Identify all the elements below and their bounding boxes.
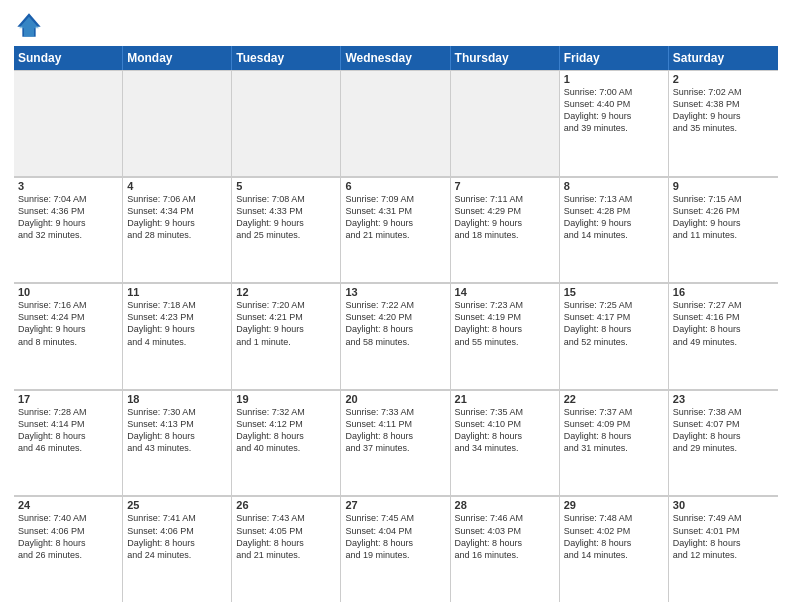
header-tuesday: Tuesday bbox=[232, 46, 341, 70]
logo bbox=[14, 10, 48, 40]
day-number: 23 bbox=[673, 393, 774, 405]
day-cell-27: 27Sunrise: 7:45 AM Sunset: 4:04 PM Dayli… bbox=[341, 497, 450, 602]
day-number: 2 bbox=[673, 73, 774, 85]
day-cell-24: 24Sunrise: 7:40 AM Sunset: 4:06 PM Dayli… bbox=[14, 497, 123, 602]
day-number: 11 bbox=[127, 286, 227, 298]
day-cell-26: 26Sunrise: 7:43 AM Sunset: 4:05 PM Dayli… bbox=[232, 497, 341, 602]
day-number: 6 bbox=[345, 180, 445, 192]
page: SundayMondayTuesdayWednesdayThursdayFrid… bbox=[0, 0, 792, 612]
day-number: 24 bbox=[18, 499, 118, 511]
day-number: 7 bbox=[455, 180, 555, 192]
day-number: 3 bbox=[18, 180, 118, 192]
calendar-row-1: 3Sunrise: 7:04 AM Sunset: 4:36 PM Daylig… bbox=[14, 177, 778, 284]
svg-marker-1 bbox=[19, 17, 39, 37]
day-cell-16: 16Sunrise: 7:27 AM Sunset: 4:16 PM Dayli… bbox=[669, 284, 778, 389]
day-info: Sunrise: 7:15 AM Sunset: 4:26 PM Dayligh… bbox=[673, 193, 774, 242]
day-info: Sunrise: 7:16 AM Sunset: 4:24 PM Dayligh… bbox=[18, 299, 118, 348]
day-cell-28: 28Sunrise: 7:46 AM Sunset: 4:03 PM Dayli… bbox=[451, 497, 560, 602]
day-info: Sunrise: 7:43 AM Sunset: 4:05 PM Dayligh… bbox=[236, 512, 336, 561]
day-info: Sunrise: 7:04 AM Sunset: 4:36 PM Dayligh… bbox=[18, 193, 118, 242]
day-info: Sunrise: 7:18 AM Sunset: 4:23 PM Dayligh… bbox=[127, 299, 227, 348]
empty-cell bbox=[14, 71, 123, 176]
empty-cell bbox=[232, 71, 341, 176]
day-info: Sunrise: 7:48 AM Sunset: 4:02 PM Dayligh… bbox=[564, 512, 664, 561]
header-thursday: Thursday bbox=[451, 46, 560, 70]
day-number: 14 bbox=[455, 286, 555, 298]
calendar-row-0: 1Sunrise: 7:00 AM Sunset: 4:40 PM Daylig… bbox=[14, 70, 778, 177]
calendar-row-3: 17Sunrise: 7:28 AM Sunset: 4:14 PM Dayli… bbox=[14, 390, 778, 497]
day-number: 15 bbox=[564, 286, 664, 298]
header-monday: Monday bbox=[123, 46, 232, 70]
day-number: 22 bbox=[564, 393, 664, 405]
day-cell-11: 11Sunrise: 7:18 AM Sunset: 4:23 PM Dayli… bbox=[123, 284, 232, 389]
day-number: 13 bbox=[345, 286, 445, 298]
day-cell-17: 17Sunrise: 7:28 AM Sunset: 4:14 PM Dayli… bbox=[14, 391, 123, 496]
day-info: Sunrise: 7:27 AM Sunset: 4:16 PM Dayligh… bbox=[673, 299, 774, 348]
day-info: Sunrise: 7:08 AM Sunset: 4:33 PM Dayligh… bbox=[236, 193, 336, 242]
day-number: 27 bbox=[345, 499, 445, 511]
day-number: 10 bbox=[18, 286, 118, 298]
day-cell-4: 4Sunrise: 7:06 AM Sunset: 4:34 PM Daylig… bbox=[123, 178, 232, 283]
day-cell-15: 15Sunrise: 7:25 AM Sunset: 4:17 PM Dayli… bbox=[560, 284, 669, 389]
day-cell-8: 8Sunrise: 7:13 AM Sunset: 4:28 PM Daylig… bbox=[560, 178, 669, 283]
day-info: Sunrise: 7:23 AM Sunset: 4:19 PM Dayligh… bbox=[455, 299, 555, 348]
day-number: 26 bbox=[236, 499, 336, 511]
day-info: Sunrise: 7:41 AM Sunset: 4:06 PM Dayligh… bbox=[127, 512, 227, 561]
day-cell-3: 3Sunrise: 7:04 AM Sunset: 4:36 PM Daylig… bbox=[14, 178, 123, 283]
header-saturday: Saturday bbox=[669, 46, 778, 70]
empty-cell bbox=[341, 71, 450, 176]
day-cell-2: 2Sunrise: 7:02 AM Sunset: 4:38 PM Daylig… bbox=[669, 71, 778, 176]
day-number: 20 bbox=[345, 393, 445, 405]
calendar-row-2: 10Sunrise: 7:16 AM Sunset: 4:24 PM Dayli… bbox=[14, 283, 778, 390]
day-cell-1: 1Sunrise: 7:00 AM Sunset: 4:40 PM Daylig… bbox=[560, 71, 669, 176]
day-info: Sunrise: 7:46 AM Sunset: 4:03 PM Dayligh… bbox=[455, 512, 555, 561]
day-cell-9: 9Sunrise: 7:15 AM Sunset: 4:26 PM Daylig… bbox=[669, 178, 778, 283]
calendar-row-4: 24Sunrise: 7:40 AM Sunset: 4:06 PM Dayli… bbox=[14, 496, 778, 602]
day-number: 21 bbox=[455, 393, 555, 405]
empty-cell bbox=[451, 71, 560, 176]
day-cell-13: 13Sunrise: 7:22 AM Sunset: 4:20 PM Dayli… bbox=[341, 284, 450, 389]
day-info: Sunrise: 7:00 AM Sunset: 4:40 PM Dayligh… bbox=[564, 86, 664, 135]
day-info: Sunrise: 7:40 AM Sunset: 4:06 PM Dayligh… bbox=[18, 512, 118, 561]
day-cell-7: 7Sunrise: 7:11 AM Sunset: 4:29 PM Daylig… bbox=[451, 178, 560, 283]
day-number: 19 bbox=[236, 393, 336, 405]
day-number: 17 bbox=[18, 393, 118, 405]
day-number: 9 bbox=[673, 180, 774, 192]
day-cell-12: 12Sunrise: 7:20 AM Sunset: 4:21 PM Dayli… bbox=[232, 284, 341, 389]
day-cell-5: 5Sunrise: 7:08 AM Sunset: 4:33 PM Daylig… bbox=[232, 178, 341, 283]
calendar-header: SundayMondayTuesdayWednesdayThursdayFrid… bbox=[14, 46, 778, 70]
day-info: Sunrise: 7:25 AM Sunset: 4:17 PM Dayligh… bbox=[564, 299, 664, 348]
day-info: Sunrise: 7:45 AM Sunset: 4:04 PM Dayligh… bbox=[345, 512, 445, 561]
day-number: 8 bbox=[564, 180, 664, 192]
calendar: SundayMondayTuesdayWednesdayThursdayFrid… bbox=[14, 46, 778, 602]
day-cell-19: 19Sunrise: 7:32 AM Sunset: 4:12 PM Dayli… bbox=[232, 391, 341, 496]
day-number: 25 bbox=[127, 499, 227, 511]
day-cell-23: 23Sunrise: 7:38 AM Sunset: 4:07 PM Dayli… bbox=[669, 391, 778, 496]
header bbox=[14, 10, 778, 40]
day-info: Sunrise: 7:38 AM Sunset: 4:07 PM Dayligh… bbox=[673, 406, 774, 455]
day-info: Sunrise: 7:06 AM Sunset: 4:34 PM Dayligh… bbox=[127, 193, 227, 242]
day-cell-18: 18Sunrise: 7:30 AM Sunset: 4:13 PM Dayli… bbox=[123, 391, 232, 496]
day-number: 5 bbox=[236, 180, 336, 192]
day-cell-29: 29Sunrise: 7:48 AM Sunset: 4:02 PM Dayli… bbox=[560, 497, 669, 602]
day-number: 18 bbox=[127, 393, 227, 405]
day-info: Sunrise: 7:37 AM Sunset: 4:09 PM Dayligh… bbox=[564, 406, 664, 455]
day-number: 1 bbox=[564, 73, 664, 85]
day-info: Sunrise: 7:35 AM Sunset: 4:10 PM Dayligh… bbox=[455, 406, 555, 455]
day-cell-25: 25Sunrise: 7:41 AM Sunset: 4:06 PM Dayli… bbox=[123, 497, 232, 602]
day-info: Sunrise: 7:13 AM Sunset: 4:28 PM Dayligh… bbox=[564, 193, 664, 242]
day-number: 4 bbox=[127, 180, 227, 192]
day-info: Sunrise: 7:09 AM Sunset: 4:31 PM Dayligh… bbox=[345, 193, 445, 242]
empty-cell bbox=[123, 71, 232, 176]
day-cell-30: 30Sunrise: 7:49 AM Sunset: 4:01 PM Dayli… bbox=[669, 497, 778, 602]
day-number: 16 bbox=[673, 286, 774, 298]
calendar-body: 1Sunrise: 7:00 AM Sunset: 4:40 PM Daylig… bbox=[14, 70, 778, 602]
day-number: 30 bbox=[673, 499, 774, 511]
day-cell-6: 6Sunrise: 7:09 AM Sunset: 4:31 PM Daylig… bbox=[341, 178, 450, 283]
day-info: Sunrise: 7:32 AM Sunset: 4:12 PM Dayligh… bbox=[236, 406, 336, 455]
header-friday: Friday bbox=[560, 46, 669, 70]
day-cell-22: 22Sunrise: 7:37 AM Sunset: 4:09 PM Dayli… bbox=[560, 391, 669, 496]
logo-icon bbox=[14, 10, 44, 40]
day-info: Sunrise: 7:33 AM Sunset: 4:11 PM Dayligh… bbox=[345, 406, 445, 455]
header-wednesday: Wednesday bbox=[341, 46, 450, 70]
